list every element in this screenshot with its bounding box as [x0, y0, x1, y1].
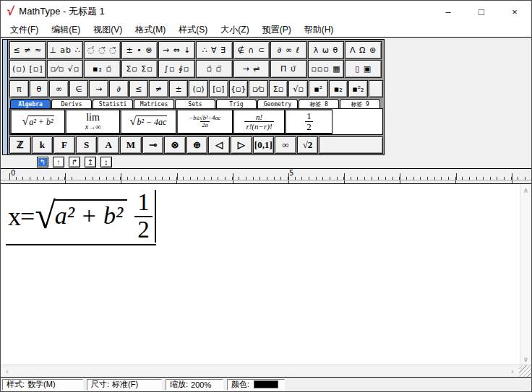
template-palette-button[interactable]: ▫⁄▫ √▫	[47, 60, 84, 78]
palette-tab[interactable]: Derivs	[51, 99, 92, 108]
small-symbol-button[interactable]: ▪²₂	[348, 80, 368, 97]
small-symbol-button[interactable]: ±	[169, 80, 189, 97]
menu-item[interactable]: 样式(S)	[172, 22, 214, 38]
small-symbol-button[interactable]: ∈	[69, 80, 89, 97]
ruler[interactable]: 0 5	[1, 168, 531, 180]
symbol-palette-button[interactable]: Λ Ω ⊛	[345, 41, 382, 59]
letter-symbol-button[interactable]: S	[76, 136, 98, 154]
small-symbol-button[interactable]: ≠	[149, 80, 168, 97]
menu-item[interactable]: 大小(Z)	[214, 22, 255, 38]
letter-symbol-button[interactable]: ∞	[275, 136, 296, 154]
small-symbol-button[interactable]: Σ▫	[269, 80, 288, 97]
template-palette-button[interactable]: ∫▫ ∮▫	[158, 60, 195, 78]
letter-symbol-button[interactable]: A	[98, 136, 119, 154]
palette-tab[interactable]: 标签 8	[299, 99, 339, 108]
palette-tab[interactable]: Statisti	[93, 99, 133, 108]
menu-item[interactable]: 预置(P)	[256, 22, 298, 38]
small-symbol-button[interactable]: →	[89, 80, 108, 97]
tabstop-button[interactable]: ↰	[37, 157, 48, 167]
small-symbol-button[interactable]: ∂	[109, 80, 129, 97]
status-style[interactable]: 样式: 数学(M)	[2, 379, 83, 391]
letter-symbol-button[interactable]: ⊗	[164, 136, 186, 154]
status-size[interactable]: 尺寸: 标准(F)	[87, 379, 162, 391]
letter-symbol-button[interactable]: ⊕	[186, 136, 208, 154]
template-palette-button[interactable]: ▫▫▫ ▦	[308, 60, 345, 78]
tabstop-button[interactable]: ↥	[85, 157, 96, 167]
maximize-button[interactable]: □	[465, 1, 498, 22]
small-symbol-button[interactable]: √▫	[288, 80, 308, 97]
scroll-left-icon[interactable]: ‹	[1, 365, 14, 377]
template-quadratic-formula[interactable]: −b±√b²−4ac 2a	[176, 109, 233, 134]
symbol-palette-button[interactable]: → ⇔ ↓	[158, 41, 195, 59]
symbol-palette-button[interactable]: λ ω θ	[308, 41, 345, 59]
symbol-palette-button[interactable]: ◌́ ◌⃗ ◌̈	[84, 41, 121, 59]
toolbar-drag-handle[interactable]	[3, 40, 8, 154]
template-palette-button[interactable]: ▪₂ ▫̄	[84, 60, 121, 78]
close-button[interactable]: ×	[498, 1, 531, 22]
small-symbol-button[interactable]: (▫)	[189, 80, 208, 97]
horizontal-scrollbar[interactable]: ‹ ›	[1, 365, 531, 377]
menu-item[interactable]: 文件(F)	[4, 22, 45, 38]
template-limit[interactable]: lim x→∞	[65, 109, 120, 134]
small-symbol-button[interactable]: θ	[30, 80, 49, 97]
status-color[interactable]: 颜色:	[227, 379, 285, 391]
small-symbol-button[interactable]: {▫}	[229, 80, 249, 97]
palette-tab[interactable]: 标签 9	[340, 99, 380, 108]
template-one-half[interactable]: 1 2	[285, 109, 332, 134]
small-symbol-button[interactable]: ∞	[49, 80, 69, 97]
template-sqrt-a2-b2[interactable]: √ a² + b²	[10, 109, 65, 134]
template-palette-button[interactable]: (▫) [▫]	[9, 60, 46, 78]
small-symbol-button[interactable]: [▫]	[209, 80, 228, 97]
menu-item[interactable]: 格式(M)	[129, 22, 172, 38]
palette-tab[interactable]: Matrices	[134, 99, 174, 108]
scroll-down-icon[interactable]: ∨	[520, 353, 531, 365]
letter-symbol-button[interactable]: ⊸	[142, 136, 164, 154]
letter-symbol-button[interactable]: F	[53, 136, 75, 154]
letter-symbol-button[interactable]: ℤ	[9, 136, 31, 154]
tabstop-button[interactable]: ↱	[69, 157, 80, 167]
letter-symbol-button[interactable]: k	[32, 136, 53, 154]
letter-symbol-button[interactable]: √2	[297, 136, 319, 154]
template-palette-button[interactable]: → ⇌	[233, 60, 270, 78]
vertical-scrollbar[interactable]: ∧ ∨	[520, 184, 531, 365]
small-symbol-button[interactable]: ▫⁄▫	[249, 80, 268, 97]
palette-tab[interactable]: Geometry	[257, 99, 298, 108]
symbol-palette-button[interactable]: ⊥ ab ∴	[47, 41, 84, 59]
menu-item[interactable]: 编辑(E)	[45, 22, 87, 38]
template-palette-button[interactable]: Π̈ ∪̈	[270, 60, 307, 78]
small-symbol-button[interactable]: ≤	[129, 80, 149, 97]
letter-symbol-button[interactable]: [0,1]	[253, 136, 275, 154]
letter-symbol-button[interactable]: ▷	[231, 136, 252, 154]
symbol-palette-button[interactable]: ∴ ∀ ∃	[196, 41, 233, 59]
mathtype-window: √ MathType - 无标题 1 – □ × 文件(F)编辑(E)视图(V)…	[0, 0, 532, 392]
small-symbol-button[interactable]: ▪²	[309, 80, 328, 97]
palette-tab[interactable]: Trig	[216, 99, 257, 108]
small-symbol-button[interactable]: π	[9, 80, 29, 97]
scroll-up-icon[interactable]: ∧	[520, 184, 531, 196]
fraction-template: 1 2	[305, 111, 313, 133]
tabstop-button[interactable]: ↨	[100, 157, 112, 167]
template-discriminant[interactable]: √ b² − 4ac	[120, 109, 176, 134]
menu-item[interactable]: 视图(V)	[87, 22, 129, 38]
palette-tab[interactable]: Algebra	[10, 99, 51, 108]
symbol-palette-button[interactable]: ∂ ∞ ℓ	[270, 41, 307, 59]
ruler-major-ticks	[9, 173, 531, 180]
tabstop-button[interactable]: ↑	[53, 157, 64, 167]
palette-tab[interactable]: Sets	[175, 99, 215, 108]
equation-canvas[interactable]: x= √ a² + b² 1 2	[1, 184, 520, 365]
template-palette-button[interactable]: Σ▫ Σ▫	[121, 60, 158, 78]
minimize-button[interactable]: –	[432, 1, 465, 22]
small-symbol-button[interactable]: ▪₂	[329, 80, 348, 97]
template-combination[interactable]: n! r!(n−r)!	[233, 109, 285, 134]
letter-symbol-button[interactable]: ◁	[208, 136, 230, 154]
scroll-right-icon[interactable]: ›	[506, 365, 519, 377]
status-zoom[interactable]: 缩放: 200%	[166, 379, 223, 391]
symbol-palette-button[interactable]: ≤ ≠ ≈	[9, 41, 46, 59]
symbol-palette-button[interactable]: ∉ ∩ ⊂	[233, 41, 270, 59]
menu-item[interactable]: 帮助(H)	[298, 22, 340, 38]
letter-symbol-button[interactable]: M	[120, 136, 142, 154]
template-palette-button[interactable]: ▫̄ ▫⃗	[196, 60, 233, 78]
resize-grip[interactable]	[519, 365, 531, 377]
template-palette-button[interactable]: ▯ ▣	[345, 60, 382, 78]
symbol-palette-button[interactable]: ± • ⊗	[121, 41, 158, 59]
